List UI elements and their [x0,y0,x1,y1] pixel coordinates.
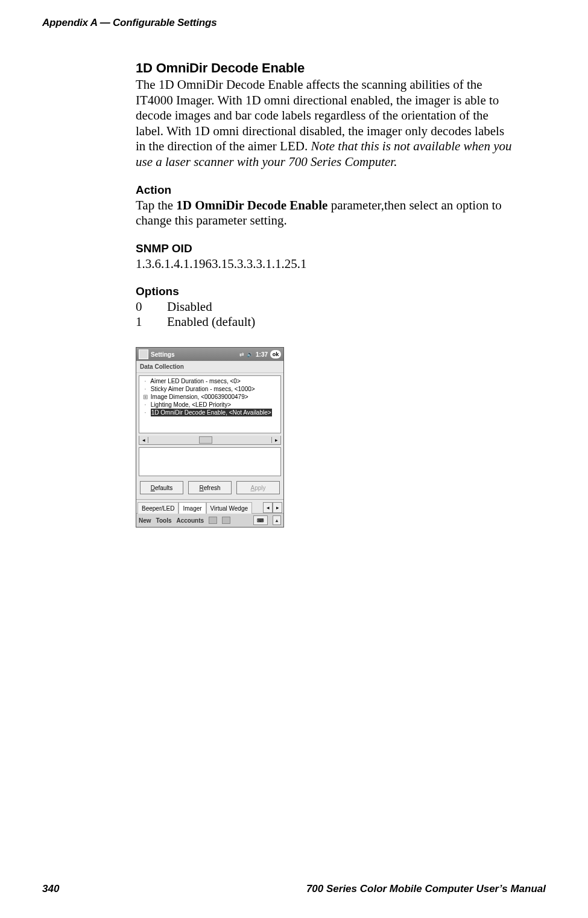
defaults-button[interactable]: Defaults [140,481,183,494]
defaults-rest: efaults [155,485,172,491]
page-number: 340 [42,883,59,895]
tree-item[interactable]: · Lighting Mode, <LED Priority> [142,401,278,409]
page: Appendix A — Configurable Settings 1D Om… [0,0,588,918]
section-paragraph: The 1D OmniDir Decode Enable affects the… [136,77,516,170]
apply-rest: pply [254,485,265,491]
tab-scroll-left-icon[interactable]: ◂ [263,502,273,513]
tree-item-label: Lighting Mode, <LED Priority> [151,401,231,408]
value-editor[interactable] [139,447,281,476]
device-screenshot: Settings ⇄ 🔉 1:37 ok Data Collection · A… [136,347,284,528]
tree-item-label: Sticky Aimer Duration - msecs, <1000> [151,386,255,392]
tree-expand-icon[interactable]: ⊞ [142,393,149,401]
option-label: Disabled [167,299,212,315]
sip-keyboard-icon[interactable]: ⌨ [253,515,268,525]
action-text-pre: Tap the [136,198,176,212]
snmp-heading: SNMP OID [136,242,516,255]
tree-item[interactable]: · Aimer LED Duration - msecs, <0> [142,377,278,385]
menu-new[interactable]: New [139,517,151,524]
tab-strip: Beeper/LED Imager Virtual Wedge ◂ ▸ [136,499,283,513]
tab-beeper-led[interactable]: Beeper/LED [138,502,179,514]
tree-branch-icon: · [142,385,149,393]
ok-button[interactable]: ok [270,350,281,359]
tree-item[interactable]: ⊞ Image Dimension, <000639000479> [142,393,278,401]
running-header: Appendix A — Configurable Settings [42,17,546,29]
page-footer: 340 700 Series Color Mobile Computer Use… [42,883,546,895]
refresh-button[interactable]: Refresh [188,481,232,494]
tab-virtual-wedge[interactable]: Virtual Wedge [206,502,252,514]
command-bar: New Tools Accounts ⌨ ▴ [136,513,283,527]
apply-button: Apply [236,481,280,494]
tree-branch-icon: · [142,401,149,409]
tree-item[interactable]: · Sticky Aimer Duration - msecs, <1000> [142,385,278,393]
option-code: 1 [136,314,167,330]
refresh-accel: R [199,485,203,491]
toolbar-icon[interactable] [222,517,230,524]
tab-nav: ◂ ▸ [263,502,282,513]
tab-imager[interactable]: Imager [179,502,206,514]
tree-item-label: Image Dimension, <000639000479> [151,394,248,400]
tree-item-label: 1D OmniDir Decode Enable, <Not Available… [151,409,272,416]
speaker-icon[interactable]: 🔉 [247,351,253,357]
clock-text: 1:37 [256,351,268,358]
menu-accounts[interactable]: Accounts [177,517,204,524]
scroll-thumb[interactable] [199,436,212,444]
tree-branch-icon: · [142,409,149,416]
option-code: 0 [136,299,167,315]
toolbar-icon[interactable] [209,517,217,524]
options-row: 1 Enabled (default) [136,314,516,330]
options-row: 0 Disabled [136,299,516,315]
windows-flag-icon[interactable] [139,349,148,359]
action-heading: Action [136,183,516,197]
tree-item-label: Aimer LED Duration - msecs, <0> [150,378,241,384]
tab-scroll-right-icon[interactable]: ▸ [273,502,282,513]
applet-title: Data Collection [136,361,283,373]
scroll-left-arrow-icon[interactable]: ◂ [139,437,148,443]
device-titlebar: Settings ⇄ 🔉 1:37 ok [136,348,283,361]
scroll-track[interactable] [148,436,271,444]
book-title: 700 Series Color Mobile Computer User’s … [306,883,546,895]
content-block: 1D OmniDir Decode Enable The 1D OmniDir … [136,60,516,528]
defaults-accel: D [151,485,155,491]
tree-item-selected[interactable]: · 1D OmniDir Decode Enable, <Not Availab… [142,409,278,416]
scroll-right-arrow-icon[interactable]: ▸ [271,437,280,443]
action-paragraph: Tap the 1D OmniDir Decode Enable paramet… [136,198,516,229]
refresh-rest: efresh [204,485,221,491]
section-title: 1D OmniDir Decode Enable [136,60,516,76]
sip-up-arrow-icon[interactable]: ▴ [273,515,281,525]
settings-tree[interactable]: · Aimer LED Duration - msecs, <0> · Stic… [139,375,281,433]
menu-tools[interactable]: Tools [156,517,172,524]
snmp-oid-value: 1.3.6.1.4.1.1963.15.3.3.3.1.1.25.1 [136,257,516,272]
options-heading: Options [136,285,516,298]
action-text-bold: 1D OmniDir Decode Enable [176,198,327,212]
option-label: Enabled (default) [167,314,255,330]
options-table: 0 Disabled 1 Enabled (default) [136,299,516,330]
device-title: Settings [151,351,237,358]
horizontal-scrollbar[interactable]: ◂ ▸ [139,436,281,445]
tree-branch-icon: · [142,377,149,385]
button-row: Defaults Refresh Apply [136,479,283,499]
connectivity-icon[interactable]: ⇄ [239,351,244,357]
